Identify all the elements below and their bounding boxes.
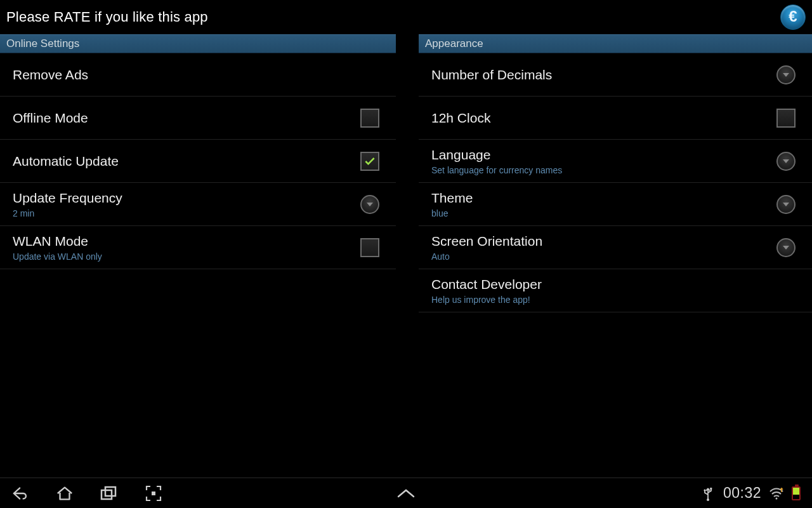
sub-wlan-mode: Update via WLAN only [13, 251, 360, 262]
label-theme: Theme [431, 190, 776, 206]
dropdown-icon[interactable] [360, 195, 379, 214]
label-decimals: Number of Decimals [431, 67, 776, 83]
home-icon[interactable] [56, 485, 74, 502]
battery-icon [792, 486, 801, 500]
screenshot-icon[interactable] [145, 485, 162, 502]
label-12h-clock: 12h Clock [431, 110, 776, 126]
item-language[interactable]: Language Set language for currency names [419, 140, 812, 183]
expand-up-icon[interactable] [397, 485, 415, 502]
item-update-frequency[interactable]: Update Frequency 2 min [0, 183, 396, 226]
label-orientation: Screen Orientation [431, 234, 776, 249]
svg-rect-1 [105, 487, 115, 496]
back-icon[interactable] [11, 485, 29, 502]
dropdown-icon[interactable] [776, 152, 796, 171]
wifi-icon [768, 485, 785, 502]
sub-language: Set language for currency names [431, 165, 776, 175]
item-12h-clock[interactable]: 12h Clock [419, 97, 812, 140]
label-update-frequency: Update Frequency [13, 190, 360, 206]
label-contact-developer: Contact Developer [431, 277, 799, 292]
dropdown-icon[interactable] [776, 238, 796, 257]
svg-point-6 [776, 497, 778, 499]
checkbox-12h-clock[interactable] [776, 109, 796, 128]
svg-rect-2 [152, 491, 155, 495]
item-automatic-update[interactable]: Automatic Update [0, 140, 396, 183]
value-theme: blue [431, 208, 776, 218]
item-offline-mode[interactable]: Offline Mode [0, 97, 396, 140]
section-header-online: Online Settings [0, 34, 396, 53]
svg-rect-0 [102, 490, 112, 499]
item-decimals[interactable]: Number of Decimals [419, 53, 812, 97]
label-automatic-update: Automatic Update [13, 154, 360, 169]
section-header-appearance: Appearance [419, 34, 812, 53]
item-orientation[interactable]: Screen Orientation Auto [419, 226, 812, 269]
item-contact-developer[interactable]: Contact Developer Help us improve the ap… [419, 269, 812, 312]
value-orientation: Auto [431, 251, 776, 262]
svg-rect-4 [710, 488, 712, 490]
label-wlan-mode: WLAN Mode [13, 234, 360, 249]
app-logo-euro-icon[interactable]: € [780, 4, 806, 30]
recent-apps-icon[interactable] [100, 485, 118, 502]
label-offline-mode: Offline Mode [13, 110, 360, 126]
item-theme[interactable]: Theme blue [419, 183, 812, 226]
topbar: Please RATE if you like this app € [0, 0, 812, 34]
item-wlan-mode[interactable]: WLAN Mode Update via WLAN only [0, 226, 396, 269]
svg-point-5 [707, 498, 709, 501]
usb-icon [699, 485, 717, 502]
value-update-frequency: 2 min [13, 208, 360, 218]
dropdown-icon[interactable] [776, 65, 796, 84]
label-language: Language [431, 147, 776, 163]
status-clock: 00:32 [723, 485, 761, 502]
checkbox-automatic-update[interactable] [360, 152, 379, 171]
column-online-settings: Online Settings Remove Ads Offline Mode … [0, 34, 396, 314]
system-navbar: 00:32 [0, 478, 812, 508]
item-remove-ads[interactable]: Remove Ads [0, 53, 396, 97]
checkbox-offline-mode[interactable] [360, 109, 379, 128]
sub-contact-developer: Help us improve the app! [431, 295, 799, 305]
checkbox-wlan-mode[interactable] [360, 238, 379, 257]
topbar-title: Please RATE if you like this app [6, 9, 208, 25]
label-remove-ads: Remove Ads [13, 67, 383, 83]
dropdown-icon[interactable] [776, 195, 796, 214]
column-appearance: Appearance Number of Decimals 12h Clock … [419, 34, 812, 314]
svg-point-3 [704, 489, 705, 491]
